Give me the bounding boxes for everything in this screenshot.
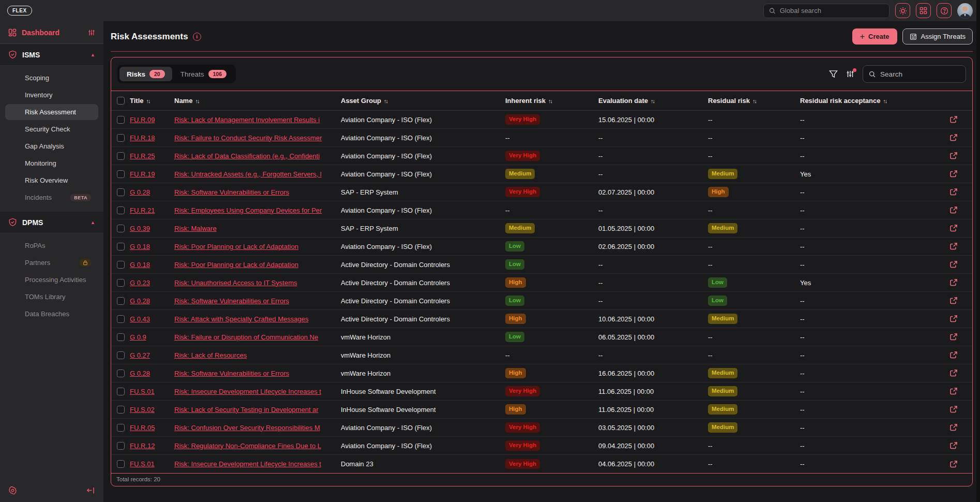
open-external-icon[interactable] bbox=[949, 351, 958, 359]
row-checkbox[interactable] bbox=[117, 351, 125, 359]
open-external-icon[interactable] bbox=[949, 423, 958, 432]
user-avatar[interactable] bbox=[957, 3, 973, 19]
row-checkbox[interactable] bbox=[117, 225, 125, 232]
risk-name-link[interactable]: Risk: Lack of Management Involvement Res… bbox=[174, 116, 320, 124]
select-all-checkbox[interactable] bbox=[117, 97, 125, 105]
sidebar-item-gap-analysis[interactable]: Gap Analysis bbox=[0, 138, 98, 154]
table-row[interactable]: G 0.18Risk: Poor Planning or Lack of Ada… bbox=[111, 238, 972, 256]
risk-title-link[interactable]: G 0.27 bbox=[130, 351, 150, 359]
row-checkbox[interactable] bbox=[117, 442, 125, 450]
row-checkbox[interactable] bbox=[117, 333, 125, 341]
open-external-icon[interactable] bbox=[949, 315, 958, 323]
column-settings-button[interactable] bbox=[846, 70, 854, 78]
sidebar-item-scoping[interactable]: Scoping bbox=[0, 70, 98, 86]
row-checkbox[interactable] bbox=[117, 243, 125, 250]
column-header-asset-group[interactable]: Asset Group↑↓ bbox=[341, 97, 505, 105]
scrollbar[interactable] bbox=[976, 0, 980, 502]
sidebar-item-risk-overview[interactable]: Risk Overview bbox=[0, 172, 98, 188]
risk-name-link[interactable]: Risk: Lack of Security Testing in Develo… bbox=[174, 406, 319, 414]
row-checkbox[interactable] bbox=[117, 170, 125, 178]
info-icon[interactable]: i bbox=[193, 33, 201, 41]
risk-title-link[interactable]: G 0.9 bbox=[130, 333, 146, 341]
open-external-icon[interactable] bbox=[949, 170, 958, 178]
sidebar-item-ropas[interactable]: RoPAs bbox=[0, 238, 98, 254]
risk-name-link[interactable]: Risk: Poor Planning or Lack of Adaptatio… bbox=[174, 243, 298, 250]
risk-title-link[interactable]: FU.R.12 bbox=[130, 442, 155, 450]
risk-title-link[interactable]: G 0.28 bbox=[130, 297, 150, 305]
table-row[interactable]: FU.S.01Risk: Insecure Development Lifecy… bbox=[111, 382, 972, 401]
table-row[interactable]: G 0.18Risk: Poor Planning or Lack of Ada… bbox=[111, 256, 972, 274]
global-search-input[interactable] bbox=[780, 7, 884, 14]
table-row[interactable]: G 0.28Risk: Software Vulnerabilities or … bbox=[111, 183, 972, 201]
risk-name-link[interactable]: Risk: Insecure Development Lifecycle Inc… bbox=[174, 460, 321, 468]
open-external-icon[interactable] bbox=[949, 387, 958, 395]
column-header-inherent-risk[interactable]: Inherent risk↑↓ bbox=[505, 97, 598, 105]
risk-title-link[interactable]: FU.R.05 bbox=[130, 424, 155, 432]
risk-name-link[interactable]: Risk: Unauthorised Access to IT Systems bbox=[174, 279, 297, 287]
row-checkbox[interactable] bbox=[117, 134, 125, 142]
row-checkbox[interactable] bbox=[117, 152, 125, 160]
sidebar-item-risk-assessment[interactable]: Risk Assessment bbox=[5, 104, 98, 120]
risk-title-link[interactable]: FU.S.02 bbox=[130, 406, 155, 414]
open-external-icon[interactable] bbox=[949, 206, 958, 214]
sidebar-item-security-check[interactable]: Security Check bbox=[0, 121, 98, 137]
risk-name-link[interactable]: Risk: Failure to Conduct Security Risk A… bbox=[174, 134, 322, 142]
risk-title-link[interactable]: FU.R.09 bbox=[130, 116, 155, 124]
row-checkbox[interactable] bbox=[117, 406, 125, 414]
risk-name-link[interactable]: Risk: Malware bbox=[174, 225, 217, 232]
tab-threats[interactable]: Threats106 bbox=[173, 67, 234, 81]
open-external-icon[interactable] bbox=[949, 297, 958, 305]
table-row[interactable]: FU.S.02Risk: Lack of Security Testing in… bbox=[111, 401, 972, 419]
column-header-residual-risk-acceptance[interactable]: Residual risk acceptance↑↓ bbox=[800, 97, 949, 105]
sidebar-item-inventory[interactable]: Inventory bbox=[0, 87, 98, 103]
column-header-evaluation-date[interactable]: Evaluation date↑↓ bbox=[598, 97, 708, 105]
risk-name-link[interactable]: Risk: Software Vulnerabilities or Errors bbox=[174, 297, 289, 305]
table-row[interactable]: G 0.9Risk: Failure or Disruption of Comm… bbox=[111, 328, 972, 346]
sidebar-item-data-breaches[interactable]: Data Breaches bbox=[0, 306, 98, 322]
risk-name-link[interactable]: Risk: Lack of Data Classification (e.g.,… bbox=[174, 152, 320, 160]
risk-title-link[interactable]: FU.R.19 bbox=[130, 170, 155, 178]
sidebar-item-dashboard[interactable]: Dashboard bbox=[0, 21, 103, 44]
risk-title-link[interactable]: G 0.18 bbox=[130, 243, 150, 250]
risk-name-link[interactable]: Risk: Software Vulnerabilities or Errors bbox=[174, 188, 289, 196]
sidebar-section-isms[interactable]: ISMS▲ bbox=[0, 44, 103, 66]
risk-title-link[interactable]: G 0.43 bbox=[130, 315, 150, 323]
open-external-icon[interactable] bbox=[949, 278, 958, 287]
row-checkbox[interactable] bbox=[117, 315, 125, 323]
column-header-name[interactable]: Name↑↓ bbox=[174, 97, 341, 105]
table-row[interactable]: FU.R.05Risk: Confusion Over Security Res… bbox=[111, 419, 972, 437]
table-row[interactable]: G 0.28Risk: Software Vulnerabilities or … bbox=[111, 292, 972, 310]
table-row[interactable]: G 0.43Risk: Attack with Specially Crafte… bbox=[111, 310, 972, 328]
column-header-title[interactable]: Title↑↓ bbox=[130, 97, 174, 105]
theme-toggle-button[interactable] bbox=[895, 3, 910, 18]
sidebar-item-incidents[interactable]: IncidentsBETA bbox=[0, 189, 98, 205]
row-checkbox[interactable] bbox=[117, 424, 125, 432]
sidebar-item-monitoring[interactable]: Monitoring bbox=[0, 155, 98, 171]
row-checkbox[interactable] bbox=[117, 116, 125, 124]
risk-title-link[interactable]: FU.S.01 bbox=[130, 388, 155, 395]
filter-button[interactable] bbox=[829, 70, 838, 79]
sidebar-item-processing-activities[interactable]: Processing Activities bbox=[0, 272, 98, 288]
risk-title-link[interactable]: G 0.28 bbox=[130, 370, 150, 377]
table-row[interactable]: FU.R.09Risk: Lack of Management Involvem… bbox=[111, 111, 972, 129]
open-external-icon[interactable] bbox=[949, 242, 958, 250]
open-external-icon[interactable] bbox=[949, 405, 958, 414]
collapse-sidebar-button[interactable] bbox=[86, 486, 95, 494]
global-search[interactable] bbox=[763, 4, 889, 18]
settings-gear-button[interactable] bbox=[8, 486, 17, 495]
open-external-icon[interactable] bbox=[949, 460, 958, 468]
risk-title-link[interactable]: G 0.18 bbox=[130, 261, 150, 269]
risk-name-link[interactable]: Risk: Failure or Disruption of Communica… bbox=[174, 333, 318, 341]
open-external-icon[interactable] bbox=[949, 152, 958, 160]
table-row[interactable]: FU.R.12Risk: Regulatory Non-Compliance F… bbox=[111, 437, 972, 455]
sidebar-section-dpms[interactable]: DPMS▲ bbox=[0, 212, 103, 233]
risk-title-link[interactable]: G 0.28 bbox=[130, 188, 150, 196]
table-row[interactable]: FU.S.01Risk: Insecure Development Lifecy… bbox=[111, 455, 972, 473]
table-row[interactable]: FU.R.19Risk: Untracked Assets (e.g., For… bbox=[111, 165, 972, 183]
table-search[interactable] bbox=[863, 65, 966, 83]
row-checkbox[interactable] bbox=[117, 297, 125, 305]
risk-name-link[interactable]: Risk: Attack with Specially Crafted Mess… bbox=[174, 315, 308, 323]
row-checkbox[interactable] bbox=[117, 188, 125, 196]
risk-title-link[interactable]: FU.R.25 bbox=[130, 152, 155, 160]
risk-title-link[interactable]: FU.R.21 bbox=[130, 206, 155, 214]
